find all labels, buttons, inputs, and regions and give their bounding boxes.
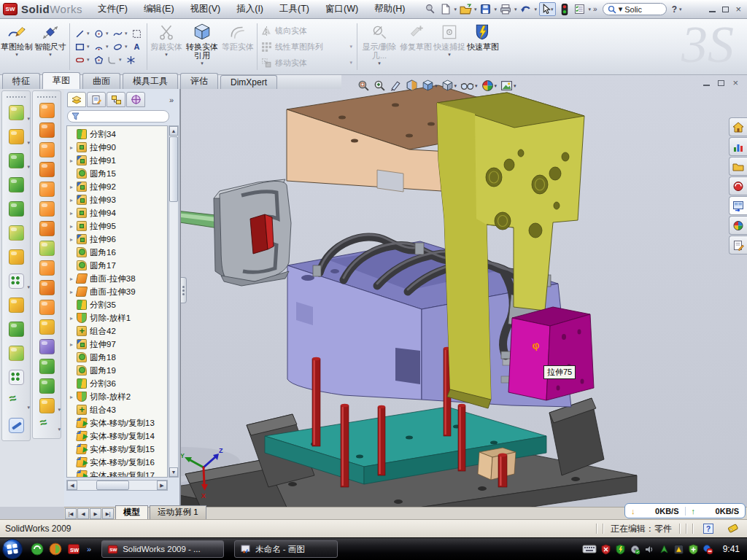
tree-horizontal-scrollbar[interactable]: ◀▶ [66, 480, 168, 491]
toolbar-button[interactable]: ▾ [33, 101, 61, 120]
menu-item[interactable]: 文件(F) [90, 0, 136, 18]
model-tab[interactable]: 模型 [115, 505, 148, 519]
tab-prev-button[interactable]: ◀ [77, 508, 89, 519]
hide-show-items-icon[interactable]: ▾ [460, 79, 478, 92]
toolbar-button[interactable]: ▾ [33, 160, 61, 179]
expand-arrow[interactable]: ▸ [70, 210, 77, 217]
status-help-icon[interactable]: ? [703, 524, 713, 534]
tree-item[interactable]: ▸ 实体-移动/复制13 [67, 416, 167, 429]
toolbar-button[interactable]: ▾ [2, 341, 30, 365]
tree-item[interactable]: ▸ 拉伸95 [67, 219, 167, 233]
toolbar-button[interactable]: ▾ [2, 413, 30, 438]
ribbon-tab[interactable]: 评估 [180, 73, 218, 89]
feature-tree[interactable]: ▸ 分割34 ▸ 拉伸90 ▸ 拉伸91 ▸ [66, 125, 168, 478]
expand-arrow[interactable]: ▸ [70, 184, 77, 190]
update-tray-icon[interactable] [630, 544, 640, 555]
open-file-icon[interactable] [459, 3, 472, 16]
start-button[interactable] [0, 538, 25, 560]
view-orientation-icon[interactable]: ▾ [422, 79, 438, 92]
graphics-viewport[interactable]: φ Y Z X ▾ ▾ ▾ ▾ ▾ [180, 75, 747, 507]
view-palette-tab[interactable] [729, 196, 747, 215]
rebuild-icon[interactable] [558, 3, 571, 16]
toolbar-button[interactable]: ▾ [33, 357, 61, 376]
toolbar-overflow-icon[interactable]: » [593, 5, 597, 13]
tree-item[interactable]: ▸ 曲面-拉伸39 [67, 285, 167, 298]
tree-item[interactable]: ▸ 分割34 [67, 128, 167, 141]
uninstall-tray-icon[interactable] [703, 544, 713, 555]
solidworks-quicklaunch-icon[interactable]: SW [67, 542, 80, 556]
resources-tab[interactable] [729, 137, 747, 156]
tree-filter-box[interactable] [67, 110, 169, 122]
toolbar-button[interactable]: ▾ [33, 179, 61, 199]
toolbar-button[interactable]: ▾ [2, 389, 30, 413]
rapid-sketch-button[interactable]: 快速草图 [466, 19, 500, 74]
arc-tool[interactable] [93, 41, 105, 53]
toolbar-button[interactable]: ▾ [2, 125, 30, 149]
toolbar-button[interactable]: ▾ [33, 317, 61, 337]
tree-item[interactable]: ▸ 组合43 [67, 403, 167, 416]
smart-dimension-button[interactable]: 智能尺寸▾ [34, 19, 67, 74]
pin-icon[interactable] [423, 3, 436, 16]
toolbar-button[interactable]: ▾ [33, 219, 61, 238]
circle-tool[interactable] [93, 28, 105, 40]
scene-icon[interactable]: ▾ [500, 79, 516, 92]
search-box[interactable]: ▾ Solic [603, 3, 667, 15]
file-explorer-tab[interactable] [729, 176, 747, 195]
toolbar-button[interactable]: ▾ [2, 149, 30, 173]
ribbon-tab[interactable]: 模具工具 [123, 73, 178, 89]
tree-item[interactable]: ▸ 分割36 [67, 377, 167, 390]
ellipse-tool[interactable] [112, 41, 124, 53]
toolbar-button[interactable]: ▾ [2, 173, 30, 197]
text-tool[interactable]: A [131, 41, 143, 53]
toolbar-button[interactable]: ▾ [2, 317, 30, 341]
tree-vertical-scrollbar[interactable]: ▲▼ [169, 125, 179, 478]
spline-tool[interactable] [112, 28, 124, 40]
menu-item[interactable]: 工具(T) [271, 0, 317, 18]
tree-item[interactable]: ▸ 拉伸97 [67, 338, 167, 351]
tag-icon[interactable] [727, 523, 740, 534]
toolbar-button[interactable]: ▾ [33, 396, 61, 416]
toolbar-button[interactable]: ▾ [33, 416, 61, 435]
select-tool-button[interactable]: ▾ [539, 2, 556, 16]
expand-arrow[interactable]: ▸ [70, 158, 77, 164]
taskbar-clock[interactable]: 9:41 [723, 544, 740, 554]
expand-arrow[interactable]: ▸ [70, 394, 77, 400]
toolbar-button[interactable]: ▾ [33, 278, 61, 298]
health-tray-icon[interactable] [688, 544, 699, 555]
sync-tray-icon[interactable] [659, 544, 670, 555]
slot-tool[interactable] [74, 54, 86, 66]
tree-item[interactable]: ▸ 实体-移动/复制17 [67, 469, 167, 478]
property-manager-tab[interactable] [87, 92, 106, 107]
search-input[interactable]: Solic [624, 5, 642, 14]
expand-arrow[interactable]: ▸ [70, 341, 77, 348]
expand-arrow[interactable]: ▸ [70, 197, 77, 203]
configuration-manager-tab[interactable] [107, 92, 125, 107]
restore-button[interactable] [722, 7, 729, 12]
line-tool[interactable] [74, 28, 86, 40]
toolbar-button[interactable]: ▾ [2, 197, 30, 221]
tree-item[interactable]: ▸ 圆角17 [67, 259, 167, 272]
section-view-icon[interactable] [406, 79, 418, 92]
toolbar-button[interactable]: ▾ [2, 269, 30, 293]
tab-next-button[interactable]: ▶ [90, 508, 101, 519]
new-file-icon[interactable] [438, 3, 452, 16]
launcher-icon[interactable] [49, 542, 62, 556]
toolbar-button[interactable]: ▾ [33, 238, 61, 258]
display-style-icon[interactable]: ▾ [441, 79, 457, 92]
home-tab[interactable] [729, 117, 747, 136]
tree-item[interactable]: ▸ 切除-放样1 [67, 311, 167, 324]
panel-splitter-handle[interactable] [181, 277, 187, 303]
point-tool[interactable] [125, 54, 137, 66]
tree-item[interactable]: ▸ 圆角15 [67, 167, 167, 180]
expand-arrow[interactable]: ▸ [70, 223, 77, 230]
convert-entities-button[interactable]: 转换实体引用▾ [183, 19, 221, 74]
tab-last-button[interactable]: ▶| [102, 508, 114, 519]
zoom-area-icon[interactable] [374, 79, 386, 92]
tree-item[interactable]: ▸ 拉伸91 [67, 154, 167, 167]
tree-item[interactable]: ▸ 圆角19 [67, 364, 167, 377]
toolbar-button[interactable]: ▾ [33, 298, 61, 317]
menu-item[interactable]: 编辑(E) [136, 0, 182, 18]
antivirus-tray-icon[interactable] [600, 544, 611, 555]
design-library-tab[interactable] [729, 157, 747, 176]
tree-item[interactable]: ▸ 圆角18 [67, 351, 167, 364]
